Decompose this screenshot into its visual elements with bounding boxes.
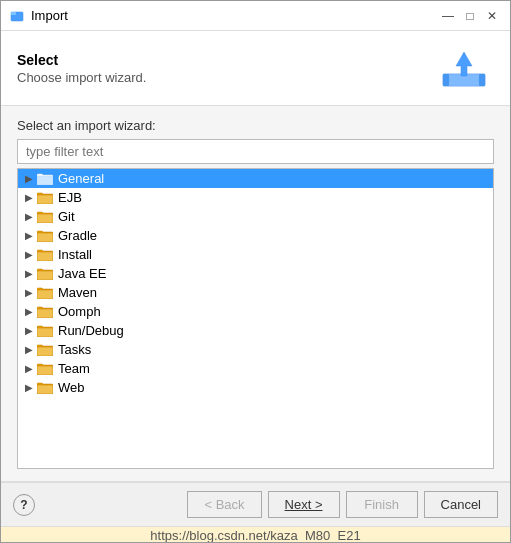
help-button[interactable]: ? — [13, 494, 35, 516]
folder-icon-run-debug — [36, 324, 54, 338]
expand-arrow-run-debug[interactable]: ▶ — [22, 324, 36, 338]
main-section: Select an import wizard: ▶ General▶ EJB▶… — [1, 106, 510, 481]
footer-buttons: < Back Next > Finish Cancel — [187, 491, 498, 518]
window-icon — [9, 8, 25, 24]
folder-icon-general — [36, 172, 54, 186]
tree-item-label-gradle: Gradle — [58, 228, 97, 243]
expand-arrow-gradle[interactable]: ▶ — [22, 229, 36, 243]
svg-marker-5 — [456, 52, 472, 76]
tree-item-ejb[interactable]: ▶ EJB — [18, 188, 493, 207]
title-bar: Import — □ ✕ — [1, 1, 510, 31]
tree-item-oomph[interactable]: ▶ Oomph — [18, 302, 493, 321]
expand-arrow-general[interactable]: ▶ — [22, 172, 36, 186]
tree-item-label-team: Team — [58, 361, 90, 376]
expand-arrow-oomph[interactable]: ▶ — [22, 305, 36, 319]
tree-item-label-run-debug: Run/Debug — [58, 323, 124, 338]
next-button[interactable]: Next > — [268, 491, 340, 518]
header-text: Select Choose import wizard. — [17, 52, 146, 85]
close-button[interactable]: ✕ — [482, 6, 502, 26]
title-controls: — □ ✕ — [438, 6, 502, 26]
tree-item-install[interactable]: ▶ Install — [18, 245, 493, 264]
tree-item-label-tasks: Tasks — [58, 342, 91, 357]
folder-icon-java-ee — [36, 267, 54, 281]
minimize-button[interactable]: — — [438, 6, 458, 26]
folder-icon-maven — [36, 286, 54, 300]
tree-item-label-git: Git — [58, 209, 75, 224]
folder-icon-install — [36, 248, 54, 262]
expand-arrow-tasks[interactable]: ▶ — [22, 343, 36, 357]
tree-item-general[interactable]: ▶ General — [18, 169, 493, 188]
folder-icon-gradle — [36, 229, 54, 243]
tree-item-tasks[interactable]: ▶ Tasks — [18, 340, 493, 359]
url-bar: https://blog.csdn.net/kaza_M80_E21 — [1, 526, 510, 542]
tree-item-web[interactable]: ▶ Web — [18, 378, 493, 397]
tree-item-gradle[interactable]: ▶ Gradle — [18, 226, 493, 245]
expand-arrow-install[interactable]: ▶ — [22, 248, 36, 262]
window-title: Import — [31, 8, 68, 23]
folder-icon-ejb — [36, 191, 54, 205]
content-area: Select Choose import wizard. Select an i… — [1, 31, 510, 481]
expand-arrow-ejb[interactable]: ▶ — [22, 191, 36, 205]
expand-arrow-web[interactable]: ▶ — [22, 381, 36, 395]
footer-section: ? < Back Next > Finish Cancel — [1, 481, 510, 526]
tree-list[interactable]: ▶ General▶ EJB▶ Git▶ Gradle▶ Install▶ Ja… — [17, 168, 494, 469]
filter-input[interactable] — [17, 139, 494, 164]
header-section: Select Choose import wizard. — [1, 31, 510, 106]
expand-arrow-maven[interactable]: ▶ — [22, 286, 36, 300]
page-title: Select — [17, 52, 146, 68]
tree-item-label-web: Web — [58, 380, 85, 395]
folder-icon-team — [36, 362, 54, 376]
tree-item-team[interactable]: ▶ Team — [18, 359, 493, 378]
url-text: https://blog.csdn.net/kaza_M80_E21 — [150, 528, 360, 542]
folder-icon-web — [36, 381, 54, 395]
tree-item-java-ee[interactable]: ▶ Java EE — [18, 264, 493, 283]
folder-icon-tasks — [36, 343, 54, 357]
cancel-button[interactable]: Cancel — [424, 491, 498, 518]
tree-item-label-maven: Maven — [58, 285, 97, 300]
tree-item-git[interactable]: ▶ Git — [18, 207, 493, 226]
folder-icon-git — [36, 210, 54, 224]
import-dialog: Import — □ ✕ Select Choose import wizard… — [0, 0, 511, 543]
tree-item-maven[interactable]: ▶ Maven — [18, 283, 493, 302]
maximize-button[interactable]: □ — [460, 6, 480, 26]
wizard-label: Select an import wizard: — [17, 118, 494, 133]
tree-item-label-java-ee: Java EE — [58, 266, 106, 281]
footer-left: ? — [13, 494, 35, 516]
back-button[interactable]: < Back — [187, 491, 261, 518]
tree-item-label-install: Install — [58, 247, 92, 262]
page-subtitle: Choose import wizard. — [17, 70, 146, 85]
expand-arrow-team[interactable]: ▶ — [22, 362, 36, 376]
svg-rect-3 — [443, 74, 449, 86]
tree-item-label-oomph: Oomph — [58, 304, 101, 319]
tree-item-label-ejb: EJB — [58, 190, 82, 205]
folder-icon-oomph — [36, 305, 54, 319]
svg-rect-1 — [11, 12, 16, 15]
header-icon — [434, 43, 494, 93]
title-bar-left: Import — [9, 8, 68, 24]
tree-item-label-general: General — [58, 171, 104, 186]
expand-arrow-java-ee[interactable]: ▶ — [22, 267, 36, 281]
tree-item-run-debug[interactable]: ▶ Run/Debug — [18, 321, 493, 340]
finish-button[interactable]: Finish — [346, 491, 418, 518]
svg-rect-4 — [479, 74, 485, 86]
expand-arrow-git[interactable]: ▶ — [22, 210, 36, 224]
